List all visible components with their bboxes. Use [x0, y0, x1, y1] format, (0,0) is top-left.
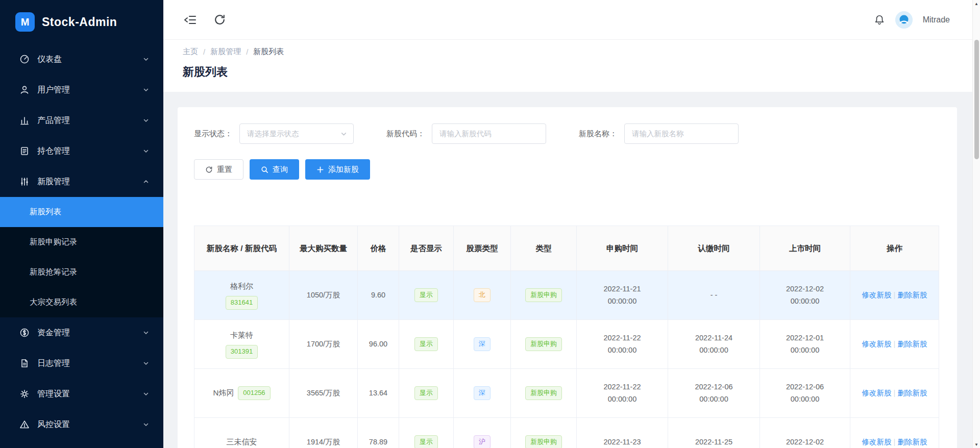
- document-list-icon: [19, 146, 30, 156]
- edit-stock-link[interactable]: 修改新股: [862, 291, 892, 299]
- sidebar-item-label: 新股抢筹记录: [30, 267, 77, 278]
- chevron-down-icon: [143, 117, 149, 123]
- status-select[interactable]: 请选择显示状态: [239, 123, 354, 144]
- scroll-down-arrow[interactable]: ▼: [973, 441, 980, 448]
- sidebar-item-label: 新股列表: [30, 207, 61, 217]
- search-button[interactable]: 查询: [250, 159, 299, 180]
- scroll-up-arrow[interactable]: ▲: [973, 0, 980, 7]
- stock-type-tag: 深: [474, 386, 491, 400]
- visible-cell: 显示: [399, 320, 454, 369]
- reset-icon: [205, 166, 213, 173]
- max-buy-cell: 3565/万股: [289, 369, 358, 418]
- page-title: 新股列表: [183, 64, 953, 80]
- notification-bell-icon[interactable]: [874, 14, 885, 26]
- sidebar-item-log-management[interactable]: 日志管理: [0, 348, 163, 379]
- edit-stock-link[interactable]: 修改新股: [862, 438, 892, 446]
- action-separator: |: [894, 340, 896, 348]
- scrollbar-thumb[interactable]: [974, 40, 979, 159]
- name-code-cell: 三未信安: [194, 418, 289, 448]
- avatar[interactable]: [895, 11, 913, 29]
- stock-code-input[interactable]: [432, 123, 546, 144]
- subscribe-time-cell: 2022-12-0600:00:00: [668, 369, 760, 418]
- type-tag: 新股申购: [525, 386, 562, 400]
- stock-type-tag: 北: [474, 288, 491, 302]
- stock-type-cell: 沪: [454, 418, 511, 448]
- listing-time-cell: 2022-12-0100:00:00: [760, 320, 850, 369]
- action-separator: |: [894, 389, 896, 397]
- max-buy-cell: 1050/万股: [289, 271, 358, 320]
- col-header-price: 价格: [358, 226, 399, 271]
- sidebar-item-label: 新股管理: [37, 177, 143, 187]
- reset-button[interactable]: 重置: [194, 159, 243, 180]
- sidebar-item-admin-settings[interactable]: 管理设置: [0, 379, 163, 409]
- delete-stock-link[interactable]: 删除新股: [897, 438, 927, 446]
- sidebar-item-newstock-purchase-records[interactable]: 新股申购记录: [0, 227, 163, 257]
- bar-chart-icon: [19, 115, 30, 126]
- sidebar-item-position-management[interactable]: 持仓管理: [0, 136, 163, 166]
- breadcrumb-home[interactable]: 主页: [183, 47, 198, 57]
- actions-cell: 修改新股|删除新股: [850, 320, 939, 369]
- app-logo-icon: M: [15, 12, 35, 32]
- visible-cell: 显示: [399, 271, 454, 320]
- visible-tag: 显示: [414, 386, 438, 400]
- breadcrumb-current: 新股列表: [253, 47, 284, 57]
- price-cell: 9.60: [358, 271, 399, 320]
- dashboard-icon: [19, 54, 30, 64]
- sidebar-item-user-management[interactable]: 用户管理: [0, 74, 163, 105]
- table-header-row: 新股名称 / 新股代码 最大购买数量 价格 是否显示 股票类型 类型 申购时间 …: [194, 226, 939, 271]
- collapse-sidebar-icon[interactable]: [184, 14, 197, 26]
- chevron-up-icon: [143, 179, 149, 185]
- delete-stock-link[interactable]: 删除新股: [897, 389, 927, 397]
- sidebar-item-risk-settings[interactable]: 风控设置: [0, 409, 163, 440]
- listing-time-cell: 2022-12-02: [760, 418, 850, 448]
- delete-stock-link[interactable]: 删除新股: [897, 340, 927, 348]
- edit-stock-link[interactable]: 修改新股: [862, 340, 892, 348]
- type-tag: 新股申购: [525, 435, 562, 448]
- app-logo: M Stock-Admin: [0, 0, 163, 44]
- edit-stock-link[interactable]: 修改新股: [862, 389, 892, 397]
- price-cell: 13.64: [358, 369, 399, 418]
- actions-cell: 修改新股|删除新股: [850, 369, 939, 418]
- visible-tag: 显示: [414, 337, 438, 351]
- stock-name-input[interactable]: [624, 123, 739, 144]
- subscribe-time-cell: 2022-11-2400:00:00: [668, 320, 760, 369]
- type-cell: 新股申购: [511, 418, 577, 448]
- breadcrumb-separator: /: [203, 47, 205, 56]
- page-header: 主页 / 新股管理 / 新股列表 新股列表: [163, 40, 972, 92]
- stock-type-cell: 北: [454, 271, 511, 320]
- sidebar-menu: 仪表盘 用户管理 产品管理 持仓管: [0, 44, 163, 440]
- type-cell: 新股申购: [511, 271, 577, 320]
- sidebar-item-product-management[interactable]: 产品管理: [0, 105, 163, 136]
- price-cell: 96.00: [358, 320, 399, 369]
- breadcrumb-newstock-management[interactable]: 新股管理: [210, 47, 241, 57]
- sidebar-item-newstock-management[interactable]: 新股管理: [0, 166, 163, 197]
- main-area: Mitrade 主页 / 新股管理 / 新股列表 新股列表 显示状态：: [163, 0, 972, 448]
- sidebar-item-block-trade-list[interactable]: 大宗交易列表: [0, 287, 163, 317]
- stock-name: 三未信安: [200, 436, 284, 448]
- actions-cell: 修改新股|删除新股: [850, 418, 939, 448]
- chevron-down-icon: [143, 330, 149, 336]
- type-tag: 新股申购: [525, 288, 562, 302]
- add-stock-button[interactable]: 添加新股: [305, 159, 370, 180]
- scrollbar[interactable]: ▲ ▼: [972, 0, 980, 448]
- username[interactable]: Mitrade: [923, 15, 950, 24]
- chevron-down-icon: [143, 87, 149, 93]
- col-header-subscribe-time: 认缴时间: [668, 226, 760, 271]
- listing-time-cell: 2022-12-0600:00:00: [760, 369, 850, 418]
- stock-type-cell: 深: [454, 320, 511, 369]
- sidebar-item-newstock-grab-records[interactable]: 新股抢筹记录: [0, 257, 163, 287]
- action-separator: |: [894, 291, 896, 299]
- filter-name: 新股名称：: [579, 123, 739, 144]
- sidebar-item-label: 仪表盘: [37, 54, 143, 65]
- col-header-type: 类型: [511, 226, 577, 271]
- sidebar-item-fund-management[interactable]: 资金管理: [0, 317, 163, 348]
- content-card: 显示状态： 请选择显示状态 新股代码： 新股名称：: [178, 107, 957, 448]
- sidebar-item-dashboard[interactable]: 仪表盘: [0, 44, 163, 74]
- filter-bar: 显示状态： 请选择显示状态 新股代码： 新股名称：: [194, 123, 941, 144]
- delete-stock-link[interactable]: 删除新股: [897, 291, 927, 299]
- sidebar-item-newstock-list[interactable]: 新股列表: [0, 197, 163, 227]
- refresh-icon[interactable]: [213, 13, 226, 26]
- sidebar: M Stock-Admin 仪表盘 用户管理: [0, 0, 163, 448]
- purchase-time-cell: 2022-11-2100:00:00: [577, 271, 668, 320]
- table-row: 三未信安 1914/万股 78.89 显示 沪 新股申购 2022-11-23 …: [194, 418, 939, 448]
